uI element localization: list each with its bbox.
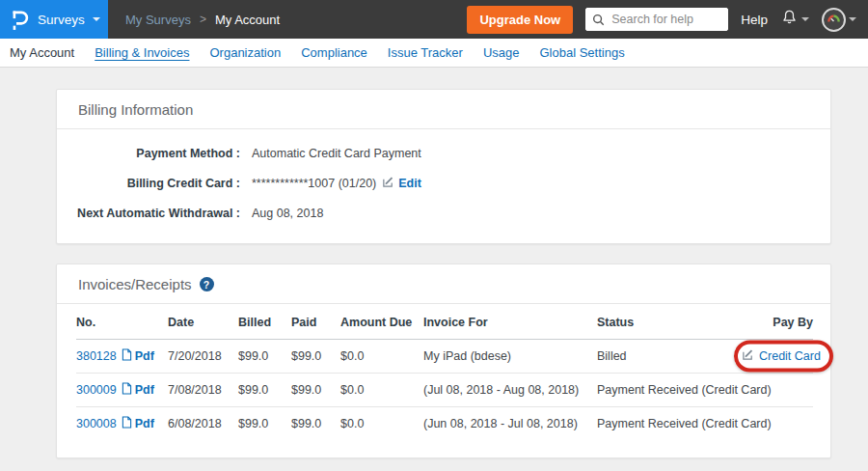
next-withdrawal-row: Next Automatic Withdrawal : Aug 08, 2018 [57, 199, 830, 228]
col-header-pay-by: Pay By [742, 304, 813, 340]
card-title-text: Invoices/Receipts [78, 276, 192, 292]
breadcrumb-my-surveys[interactable]: My Surveys [125, 13, 191, 27]
tab-my-account[interactable]: My Account [10, 45, 74, 60]
invoices-receipts-card: Invoices/Receipts ? No. Date Billed Paid… [56, 263, 831, 458]
col-header-invoice-for: Invoice For [423, 304, 597, 340]
pay-by-credit-card-link[interactable]: Credit Card [759, 349, 821, 363]
notifications-menu[interactable] [780, 8, 809, 31]
invoice-pdf-link[interactable]: Pdf [122, 348, 154, 364]
col-header-billed: Billed [238, 304, 291, 340]
invoice-status: Payment Received (Credit Card) [597, 374, 742, 407]
upgrade-now-button[interactable]: Upgrade Now [467, 6, 573, 34]
invoice-for: (Jul 08, 2018 - Aug 08, 2018) [423, 374, 597, 407]
invoice-status: Billed [597, 340, 742, 374]
invoice-billed: $99.0 [238, 374, 291, 407]
invoice-date: 7/20/2018 [168, 340, 238, 374]
invoice-date: 6/08/2018 [168, 407, 238, 441]
payment-method-row: Payment Method : Automatic Credit Card P… [57, 139, 830, 168]
card-title-text: Billing Information [78, 101, 193, 118]
breadcrumb-current-page: My Account [215, 13, 280, 27]
col-header-status: Status [597, 304, 742, 340]
edit-pencil-icon [742, 348, 754, 364]
top-navbar: Surveys My Surveys > My Account Upgrade … [0, 0, 868, 39]
next-withdrawal-label: Next Automatic Withdrawal : [57, 207, 240, 220]
invoice-amount-due: $0.0 [340, 374, 423, 407]
breadcrumb-separator: > [200, 13, 206, 26]
tab-compliance[interactable]: Compliance [301, 45, 367, 60]
chevron-down-icon [93, 17, 100, 25]
topbar-actions: Upgrade Now Help [467, 6, 868, 34]
user-account-menu[interactable] [822, 8, 856, 32]
invoices-table: No. Date Billed Paid Amount Due Invoice … [76, 304, 813, 440]
invoice-status: Payment Received (Credit Card) [597, 407, 742, 441]
invoice-row: 380128 Pdf [76, 340, 813, 374]
pdf-file-icon [122, 416, 132, 431]
invoice-paid: $99.0 [291, 340, 340, 374]
col-header-no: No. [76, 304, 168, 340]
masked-card-number: ************1007 (01/20) [252, 177, 376, 190]
invoice-number-link[interactable]: 380128 [76, 349, 117, 363]
invoice-pdf-link[interactable]: Pdf [122, 382, 154, 398]
page-content: Billing Information Payment Method : Aut… [0, 68, 868, 458]
billing-information-body: Payment Method : Automatic Credit Card P… [57, 129, 830, 243]
breadcrumb: My Surveys > My Account [125, 13, 280, 27]
col-header-date: Date [168, 304, 238, 340]
search-input[interactable] [585, 8, 728, 31]
bell-icon [780, 8, 799, 31]
invoice-for: (Jun 08, 2018 - Jul 08, 2018) [423, 407, 597, 441]
chevron-down-icon [801, 17, 809, 25]
invoice-billed: $99.0 [238, 340, 291, 374]
account-tabbar: My Account Billing & Invoices Organizati… [0, 39, 868, 68]
invoice-row: 300009 Pdf [76, 374, 813, 407]
invoice-number-link[interactable]: 300008 [76, 417, 117, 430]
product-menu-label: Surveys [38, 13, 85, 27]
questionpro-logo-icon [11, 9, 30, 31]
billing-credit-card-value: ************1007 (01/20) Edit [252, 176, 421, 191]
help-link[interactable]: Help [741, 13, 768, 27]
edit-credit-card-link[interactable]: Edit [382, 176, 421, 191]
invoice-pdf-link[interactable]: Pdf [122, 416, 154, 431]
edit-label: Edit [398, 177, 421, 190]
tab-issue-tracker[interactable]: Issue Tracker [388, 45, 463, 60]
tab-billing-invoices[interactable]: Billing & Invoices [95, 45, 189, 60]
invoice-amount-due: $0.0 [340, 407, 423, 441]
billing-information-card: Billing Information Payment Method : Aut… [56, 89, 831, 244]
search-icon [592, 13, 605, 30]
help-search [585, 8, 728, 31]
pdf-label: Pdf [135, 417, 154, 430]
tab-global-settings[interactable]: Global Settings [539, 45, 624, 60]
invoices-receipts-title: Invoices/Receipts ? [57, 264, 830, 304]
billing-information-title: Billing Information [57, 90, 830, 129]
invoice-number-link[interactable]: 300009 [76, 383, 117, 397]
billing-credit-card-label: Billing Credit Card : [57, 177, 240, 190]
invoice-amount-due: $0.0 [340, 340, 423, 374]
tab-usage[interactable]: Usage [483, 45, 520, 60]
product-switcher-surveys[interactable]: Surveys [0, 0, 108, 39]
pdf-label: Pdf [135, 349, 154, 363]
invoices-header-row: No. Date Billed Paid Amount Due Invoice … [76, 304, 813, 340]
invoice-date: 7/08/2018 [168, 374, 238, 407]
pdf-file-icon [122, 348, 132, 364]
invoice-row: 300008 Pdf [76, 407, 813, 441]
invoice-paid: $99.0 [291, 407, 340, 441]
edit-pencil-icon [382, 176, 394, 191]
col-header-amount-due: Amount Due [340, 304, 423, 340]
tab-organization[interactable]: Organization [209, 45, 281, 60]
chevron-down-icon [849, 17, 856, 25]
next-withdrawal-value: Aug 08, 2018 [252, 207, 323, 220]
invoices-help-icon[interactable]: ? [200, 277, 214, 291]
col-header-paid: Paid [291, 304, 340, 340]
user-avatar [822, 8, 846, 32]
pdf-label: Pdf [135, 383, 154, 397]
billing-credit-card-row: Billing Credit Card : ************1007 (… [57, 168, 830, 199]
pdf-file-icon [122, 382, 132, 398]
invoice-paid: $99.0 [291, 374, 340, 407]
invoice-for: My iPad (bdese) [423, 340, 597, 374]
invoice-billed: $99.0 [238, 407, 291, 441]
payment-method-label: Payment Method : [57, 147, 240, 160]
payment-method-value: Automatic Credit Card Payment [252, 147, 421, 160]
